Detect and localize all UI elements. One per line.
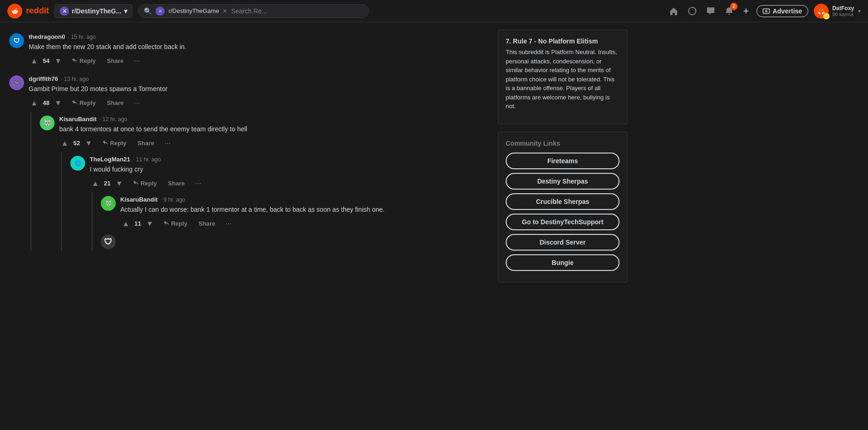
discord-server-link[interactable]: Discord Server: [506, 234, 620, 251]
user-menu[interactable]: 🦊 ⭐ DatFoxy 90 karma ▾: [814, 4, 861, 18]
comment-time: · 15 hr. ago: [68, 34, 96, 40]
reply-button[interactable]: Reply: [68, 55, 99, 66]
comment-thread-line-2[interactable]: [61, 152, 62, 251]
downvote-btn[interactable]: ▼: [144, 219, 155, 229]
comment-time: · 12 hr. ago: [99, 116, 127, 123]
vote-count: 21: [103, 180, 112, 187]
more-options-btn[interactable]: ···: [131, 98, 143, 108]
share-button[interactable]: Share: [103, 55, 127, 66]
upvote-btn[interactable]: ▲: [59, 138, 70, 148]
top-navigation: reddit ⚔ r/DestinyTheG... ▾ 🔍 ⚔ r/Destin…: [0, 0, 868, 22]
rules-card: 7. Rule 7 - No Platform Elitism This sub…: [498, 30, 627, 124]
more-options-btn[interactable]: ···: [223, 219, 234, 229]
more-options-btn[interactable]: ···: [161, 138, 173, 148]
comment-username[interactable]: KisaruBandit: [59, 116, 97, 123]
search-subreddit-label: r/DestinyTheGame: [168, 7, 219, 14]
nested-comment-container-2: 🌀 TheLogMan21 · 11 hr. ago I would fucki…: [55, 152, 481, 251]
comment-time: · 13 hr. ago: [61, 76, 89, 82]
comment-username[interactable]: TheLogMan21: [90, 156, 130, 163]
comment-thread-line-3[interactable]: [92, 192, 93, 251]
home-icon-btn[interactable]: [667, 5, 680, 18]
comment-body: dgriffith76 · 13 hr. ago Gambit Prime bu…: [29, 75, 481, 108]
downvote-btn[interactable]: ▼: [83, 138, 94, 148]
community-links-title: Community Links: [506, 140, 620, 147]
main-container: 🛡 thedragoon0 · 15 hr. ago Make them the…: [0, 22, 868, 297]
upvote-btn[interactable]: ▲: [29, 98, 40, 108]
user-menu-chevron: ▾: [858, 8, 861, 14]
comment-actions: ▲ 21 ▼ Reply Share: [90, 178, 481, 189]
comment-username[interactable]: dgriffith76: [29, 75, 58, 82]
vote-count: 52: [72, 140, 81, 147]
comment-body: TheLogMan21 · 11 hr. ago I would fucking…: [90, 156, 481, 189]
crucible-sherpas-link[interactable]: Crucible Sherpas: [506, 193, 620, 210]
notification-wrapper: 2: [723, 5, 736, 18]
comment: 🌀 TheLogMan21 · 11 hr. ago I would fucki…: [70, 152, 481, 192]
comment: 🛡 thedragoon0 · 15 hr. ago Make them the…: [9, 30, 481, 70]
reply-button[interactable]: Reply: [98, 138, 130, 148]
downvote-btn[interactable]: ▼: [53, 98, 64, 108]
nested-comment-content-3: 🐺 KisaruBandit · 9 hr. ago Actually I ca…: [101, 192, 481, 251]
avatar: 🎮: [9, 75, 24, 90]
share-button[interactable]: Share: [134, 138, 158, 148]
comment-thread-1: 🛡 thedragoon0 · 15 hr. ago Make them the…: [9, 30, 481, 70]
avatar: 🐺: [101, 196, 116, 211]
comment-username[interactable]: thedragoon0: [29, 33, 65, 40]
comment-body: thedragoon0 · 15 hr. ago Make them the n…: [29, 33, 481, 66]
reply-button[interactable]: Reply: [159, 218, 191, 229]
comment-header: dgriffith76 · 13 hr. ago: [29, 75, 481, 82]
fireteams-link[interactable]: Fireteams: [506, 153, 620, 169]
vote-count: 54: [42, 57, 51, 64]
comment-header: TheLogMan21 · 11 hr. ago: [90, 156, 481, 163]
more-options-btn[interactable]: ···: [131, 56, 143, 66]
comment-thread-2: 🎮 dgriffith76 · 13 hr. ago Gambit Prime …: [9, 72, 481, 251]
sidebar: 7. Rule 7 - No Platform Elitism This sub…: [490, 22, 635, 297]
comment-username[interactable]: KisaruBandit: [120, 196, 158, 203]
comment-text: I would fucking cry: [90, 165, 481, 174]
comment-text: Gambit Prime but 20 motes spawns a Torme…: [29, 84, 481, 94]
vote-section: ▲ 48 ▼: [29, 98, 64, 108]
comment-text: Actually I can do worse: bank 1 tormento…: [120, 205, 481, 215]
reply-button[interactable]: Reply: [68, 98, 99, 108]
upvote-btn[interactable]: ▲: [29, 56, 40, 66]
comment-header: KisaruBandit · 9 hr. ago: [120, 196, 481, 203]
advertise-button[interactable]: Advertise: [756, 5, 808, 17]
avatar-placeholder: 🛡: [101, 234, 116, 249]
share-button[interactable]: Share: [164, 178, 188, 189]
comment: 🐺 KisaruBandit · 9 hr. ago Actually I ca…: [101, 192, 481, 233]
vote-section: ▲ 52 ▼: [59, 138, 94, 148]
destiny-sherpas-link[interactable]: Destiny Sherpas: [506, 173, 620, 190]
vote-count: 11: [133, 220, 143, 227]
popular-icon-btn[interactable]: [686, 5, 699, 18]
add-btn[interactable]: +: [741, 3, 751, 19]
subreddit-selector[interactable]: ⚔ r/DestinyTheG... ▾: [55, 4, 132, 18]
vote-section: ▲ 11 ▼: [120, 219, 155, 229]
share-button[interactable]: Share: [195, 218, 219, 229]
nav-icons: 2 + Advertise 🦊 ⭐ DatFoxy 90 karma ▾: [667, 3, 861, 19]
more-options-btn[interactable]: ···: [192, 178, 204, 189]
search-close-icon[interactable]: ✕: [223, 8, 227, 14]
downvote-btn[interactable]: ▼: [114, 178, 125, 189]
reddit-logo[interactable]: reddit: [7, 4, 49, 18]
destiny-tech-support-link[interactable]: Go to DestinyTechSupport: [506, 214, 620, 230]
share-button[interactable]: Share: [103, 98, 127, 108]
comment-text: Make them the new 20 stack and add colle…: [29, 42, 481, 52]
reply-button[interactable]: Reply: [129, 178, 161, 189]
upvote-btn[interactable]: ▲: [120, 219, 131, 229]
comments-section: 🛡 thedragoon0 · 15 hr. ago Make them the…: [0, 22, 490, 297]
search-icon: 🔍: [144, 7, 152, 15]
bungie-link[interactable]: Bungie: [506, 254, 620, 271]
vote-count: 48: [42, 99, 51, 106]
comment-thread-line[interactable]: [31, 112, 31, 251]
community-links-card: Community Links Fireteams Destiny Sherpa…: [498, 132, 627, 283]
upvote-btn[interactable]: ▲: [90, 178, 101, 189]
search-input[interactable]: [231, 7, 363, 15]
nested-comment-container-3: 🐺 KisaruBandit · 9 hr. ago Actually I ca…: [85, 192, 481, 251]
username: DatFoxy: [832, 5, 854, 12]
comment-time: · 11 hr. ago: [133, 156, 161, 163]
reddit-wordmark: reddit: [26, 6, 49, 16]
comment-body: KisaruBandit · 12 hr. ago bank 4 torment…: [59, 116, 481, 148]
downvote-btn[interactable]: ▼: [53, 56, 64, 66]
comment-text: bank 4 tormentors at once to send the en…: [59, 124, 481, 134]
chat-icon-btn[interactable]: [704, 5, 717, 18]
comment: 🎮 dgriffith76 · 13 hr. ago Gambit Prime …: [9, 72, 481, 112]
